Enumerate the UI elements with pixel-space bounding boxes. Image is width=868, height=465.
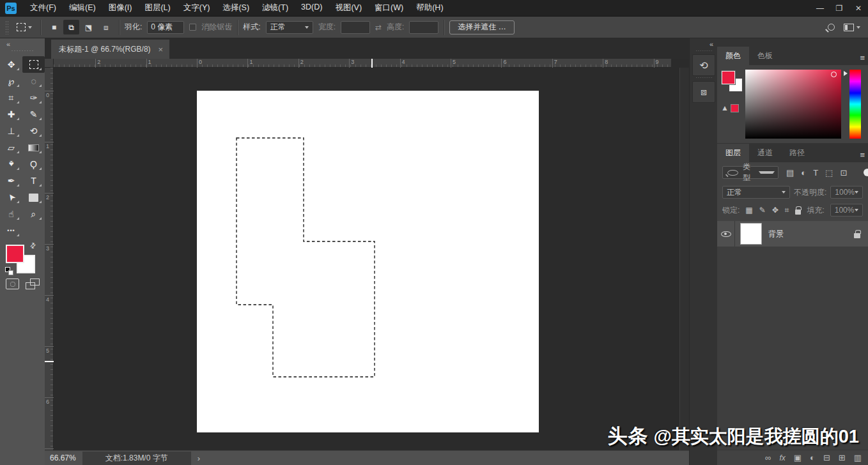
lock-artboard-icon[interactable]: ⌗ [785,206,789,215]
vertical-ruler[interactable]: 01234567 [45,68,54,450]
lock-paint-icon[interactable]: ✎ [759,206,766,215]
screen-mode-button[interactable] [26,278,40,289]
menu-item-文字(Y)[interactable]: 文字(Y) [178,0,216,16]
color-field-selector[interactable] [831,72,837,77]
filter-pixel-layers-icon[interactable]: ▤ [786,168,794,178]
quick-selection-tool[interactable]: ◌ [22,73,45,89]
new-layer-icon[interactable]: ⊞ [839,453,846,462]
menu-item-视图(V)[interactable]: 视图(V) [329,0,368,16]
document-tab[interactable]: 未标题-1 @ 66.7%(RGB/8) × [51,40,169,59]
swap-colors-icon[interactable]: ⇄ [28,241,38,251]
menu-item-帮助(H)[interactable]: 帮助(H) [410,0,449,16]
lock-all-icon[interactable] [795,210,802,215]
edit-toolbar-button[interactable]: ••• [0,222,22,239]
panel-menu-icon[interactable]: ≡ [860,53,865,63]
search-icon[interactable] [828,24,835,31]
clone-stamp-tool[interactable]: ⊥ [0,123,22,139]
saturation-brightness-field[interactable] [745,70,841,139]
spot-healing-brush-tool[interactable]: ✚ [0,106,22,123]
menu-item-滤镜(T)[interactable]: 滤镜(T) [256,0,294,16]
layers-panel-tab-路径[interactable]: 路径 [781,144,813,162]
add-to-selection-mode[interactable]: ⧉ [63,20,79,34]
filter-type-layers-icon[interactable]: T [813,168,818,178]
workspace-switcher-icon[interactable] [844,24,854,31]
link-layers-icon[interactable]: ∞ [765,453,771,462]
rectangle-tool[interactable] [22,189,45,206]
eraser-tool[interactable]: ▱ [0,139,22,156]
vertical-scrollbar[interactable] [679,68,689,450]
layer-thumbnail[interactable] [740,223,762,245]
properties-panel-icon[interactable]: ⧈ [692,81,715,103]
type-tool[interactable]: T [22,172,45,189]
select-and-mask-button[interactable]: 选择并遮住 … [449,20,514,34]
history-brush-tool[interactable]: ⟲ [22,123,45,139]
menu-item-文件(F)[interactable]: 文件(F) [24,0,62,16]
menu-item-图层(L)[interactable]: 图层(L) [139,0,176,16]
move-tool[interactable]: ✥ [0,56,22,73]
width-input[interactable] [341,21,370,34]
filter-smart-objects-icon[interactable]: ⊡ [840,168,847,178]
zoom-level-field[interactable]: 66.67% [50,454,76,462]
fill-field[interactable]: 100% [830,204,863,217]
lock-position-icon[interactable]: ✥ [772,206,779,215]
menu-item-编辑(E)[interactable]: 编辑(E) [63,0,102,16]
gamut-warning[interactable]: ▲ [721,103,739,112]
height-input[interactable] [409,21,438,34]
lock-transparency-icon[interactable]: ▦ [745,206,752,215]
path-selection-tool[interactable]: ➤ [0,189,22,206]
tool-preset-picker[interactable] [13,21,35,33]
eyedropper-tool[interactable]: ✑ [22,89,45,106]
close-tab-icon[interactable]: × [159,45,164,54]
new-selection-mode[interactable]: ■ [46,20,62,34]
blur-tool[interactable]: ♠ [0,156,22,172]
dodge-tool[interactable]: Ϙ [22,156,45,172]
subtract-from-selection-mode[interactable]: ⬔ [81,20,97,34]
restore-button[interactable]: ❐ [830,0,849,16]
feather-input[interactable] [147,21,184,34]
history-panel-icon[interactable]: ⟲ [692,54,715,76]
delete-layer-icon[interactable]: ▥ [854,453,862,462]
layers-panel-tab-图层[interactable]: 图层 [717,144,749,162]
crop-tool[interactable]: ⌗ [0,89,22,106]
menu-item-图像(I)[interactable]: 图像(I) [103,0,138,16]
zoom-tool[interactable]: ⌕ [22,206,45,222]
status-expand-icon[interactable]: › [198,454,200,463]
foreground-color-swatch[interactable] [6,245,24,263]
default-colors-icon[interactable] [5,267,13,275]
expand-panels-icon[interactable]: « [709,40,712,48]
layers-panel-tab-通道[interactable]: 通道 [749,144,781,162]
quick-mask-button[interactable] [6,278,19,289]
horizontal-ruler[interactable]: 210123456789 [54,59,671,68]
filter-shape-layers-icon[interactable]: ⬚ [825,168,833,178]
gradient-tool[interactable] [22,139,45,156]
rectangular-marquee-tool[interactable] [22,56,45,73]
panel-menu-icon[interactable]: ≡ [860,150,865,160]
pen-tool[interactable]: ✒ [0,172,22,189]
antialias-checkbox[interactable] [189,24,196,31]
blend-mode-select[interactable]: 正常 [722,186,790,199]
document-canvas[interactable] [197,91,539,432]
opacity-field[interactable]: 100% [830,186,863,199]
add-layer-mask-icon[interactable]: ▣ [794,453,802,462]
layer-row[interactable]: 背景 [717,221,868,247]
menu-item-窗口(W)[interactable]: 窗口(W) [369,0,409,16]
style-select[interactable]: 正常 [266,21,313,34]
menu-item-选择(S)[interactable]: 选择(S) [217,0,255,16]
menu-item-3D(D)[interactable]: 3D(D) [295,0,328,16]
layer-filter-type-select[interactable]: 类型 [722,166,779,179]
swap-dimensions-icon[interactable]: ⇄ [375,23,382,32]
brush-tool[interactable]: ✎ [22,106,45,123]
ruler-corner[interactable] [45,59,54,68]
color-panel-tab-色板[interactable]: 色板 [749,47,781,65]
layer-visibility-cell[interactable] [717,221,735,247]
new-adjustment-layer-icon[interactable]: ◐ [810,453,815,462]
layer-filter-toggle[interactable] [864,169,868,176]
hand-tool[interactable]: ☝ [0,206,22,222]
minimize-button[interactable]: — [810,0,830,16]
filter-adjustment-layers-icon[interactable]: ◐ [801,168,806,178]
hue-slider[interactable] [849,70,861,139]
intersect-selection-mode[interactable]: ⧈ [98,20,114,34]
new-group-icon[interactable]: ⊟ [823,453,830,462]
close-button[interactable]: ✕ [849,0,868,16]
collapse-toolbar-icon[interactable]: « [6,40,9,48]
